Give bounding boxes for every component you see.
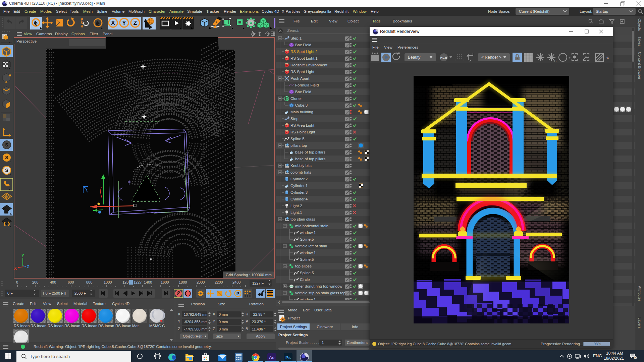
svg-text:RS Incan: RS Incan	[14, 324, 30, 328]
svg-text:1600: 1600	[161, 280, 169, 284]
svg-text:600: 600	[68, 280, 74, 284]
svg-text:Formula Field: Formula Field	[295, 83, 319, 87]
svg-text:Main building: Main building	[290, 110, 313, 114]
svg-text:RS Incan: RS Incan	[98, 324, 114, 328]
svg-text:base of top pillars: base of top pillars	[295, 150, 325, 154]
svg-text:Spline.5: Spline.5	[300, 271, 314, 275]
svg-text:Spline.5: Spline.5	[290, 137, 305, 141]
svg-text:0 F: 0 F	[7, 291, 13, 295]
svg-text:Display: Display	[55, 32, 68, 36]
svg-text:base of top pillars: base of top pillars	[295, 157, 325, 161]
svg-text:200: 200	[32, 280, 38, 284]
svg-text:2500 F: 2500 F	[74, 291, 86, 295]
svg-text:mid horizontal stain: mid horizontal stain	[295, 224, 328, 228]
svg-text:P: P	[236, 291, 239, 296]
svg-text:verticle stip on stain glass: verticle stip on stain glass top	[295, 291, 345, 295]
svg-text:R: R	[80, 24, 83, 28]
svg-text:Ae: Ae	[269, 355, 275, 360]
svg-text:Box Field: Box Field	[295, 90, 311, 94]
svg-text:View: View	[24, 32, 32, 36]
svg-text:Y: Y	[122, 20, 126, 26]
svg-text:‖ 0 F 2500 F ‖: ‖ 0 F 2500 F ‖	[43, 291, 66, 295]
svg-text:1800: 1800	[179, 280, 187, 284]
svg-text:RS Area Light: RS Area Light	[290, 123, 315, 127]
svg-text:Light.1: Light.1	[290, 210, 302, 215]
svg-text:1227 F: 1227 F	[252, 281, 264, 285]
svg-text:0: 0	[16, 280, 18, 284]
svg-text:Spline.5: Spline.5	[300, 237, 314, 241]
svg-text:Circle: Circle	[300, 278, 310, 282]
svg-text:X: X	[111, 20, 115, 26]
svg-text:2000: 2000	[197, 280, 205, 284]
svg-text:RS Spot Light.1: RS Spot Light.1	[290, 56, 318, 60]
svg-text:Box Field: Box Field	[295, 43, 311, 47]
svg-text:Cameras: Cameras	[36, 32, 52, 36]
svg-text:Cylinder.2: Cylinder.2	[290, 177, 308, 181]
svg-text:RS Incan: RS Incan	[31, 324, 46, 328]
svg-text:MSMC C: MSMC C	[149, 324, 165, 328]
svg-text:RGB: RGB	[440, 56, 447, 59]
svg-text:1400: 1400	[144, 280, 152, 284]
svg-text:RS Spot Light: RS Spot Light	[290, 70, 315, 74]
svg-text:Cube.3: Cube.3	[295, 103, 308, 107]
svg-text:2: 2	[634, 356, 636, 360]
svg-text:Cylinder.1: Cylinder.1	[290, 184, 308, 188]
svg-text:Options: Options	[71, 32, 85, 36]
svg-text:Panel: Panel	[103, 32, 112, 36]
svg-text:verticle left of stain: verticle left of stain	[295, 244, 327, 248]
svg-text:G: G	[554, 59, 556, 63]
svg-text:window.1: window.1	[300, 231, 316, 235]
svg-text:S: S	[5, 168, 8, 173]
svg-text:Filter: Filter	[90, 32, 98, 36]
svg-text:RS Incan: RS Incan	[48, 324, 63, 328]
svg-text:Perspective: Perspective	[16, 39, 37, 43]
svg-text:RS Incan: RS Incan	[115, 324, 131, 328]
svg-text:pillars top: pillars top	[290, 143, 307, 147]
svg-text:1000: 1000	[104, 280, 112, 284]
svg-text:window.1: window.1	[300, 251, 316, 255]
svg-text:400: 400	[50, 280, 56, 284]
svg-text:Push Apart: Push Apart	[290, 76, 310, 80]
svg-text:Spline.5: Spline.5	[300, 257, 314, 261]
svg-text:120: 120	[122, 280, 128, 284]
svg-text:top stain glass: top stain glass	[290, 217, 315, 221]
svg-text:Grid Spacing : 100000 mm: Grid Spacing : 100000 mm	[226, 273, 272, 277]
svg-text:Z: Z	[133, 20, 137, 26]
svg-text:S: S	[5, 155, 8, 160]
svg-text:800: 800	[86, 280, 92, 284]
svg-text:Cylinder.4: Cylinder.4	[290, 197, 308, 201]
svg-text:1227: 1227	[133, 280, 142, 284]
svg-text:Beauty: Beauty	[408, 55, 420, 60]
svg-text:X: X	[14, 266, 17, 271]
svg-text:Cylinder.3: Cylinder.3	[290, 190, 308, 194]
svg-text:colomb hats: colomb hats	[290, 170, 311, 174]
svg-text:Mat: Mat	[132, 324, 139, 328]
svg-text:Light.2: Light.2	[290, 204, 302, 208]
svg-text:RS Spot Light.2: RS Spot Light.2	[290, 50, 318, 54]
svg-text:< Render >: < Render >	[481, 55, 501, 60]
svg-text:Step.1: Step.1	[290, 36, 302, 40]
svg-text:top elipse: top elipse	[295, 264, 312, 268]
svg-text:Cloner: Cloner	[290, 97, 302, 101]
svg-text:inner donut ring top window: inner donut ring top window	[295, 284, 342, 288]
svg-text:RS Incan: RS Incan	[82, 324, 97, 328]
svg-text:Step: Step	[290, 117, 299, 121]
svg-text:Z: Z	[27, 264, 29, 269]
svg-text:2400: 2400	[232, 280, 240, 284]
svg-text:Knobbly bits: Knobbly bits	[290, 164, 312, 168]
svg-text:RS Point Light: RS Point Light	[290, 130, 315, 134]
svg-text:Ps: Ps	[285, 355, 291, 360]
svg-text:Y: Y	[21, 253, 24, 258]
svg-text:Redshift Environment: Redshift Environment	[290, 63, 328, 67]
svg-text:S: S	[5, 142, 8, 147]
svg-text:»: »	[606, 55, 609, 60]
svg-text:2200: 2200	[215, 280, 223, 284]
svg-text:RS Incan: RS Incan	[64, 324, 80, 328]
